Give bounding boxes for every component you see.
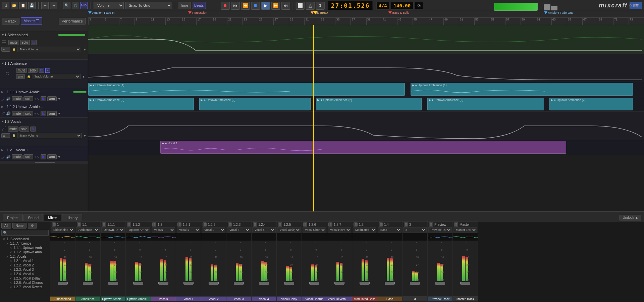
ch-fader-3[interactable] bbox=[133, 282, 143, 285]
search-button[interactable]: 🔍 bbox=[63, 2, 70, 9]
beats-button[interactable]: Beats bbox=[192, 2, 206, 9]
tab-mixer[interactable]: Mixer bbox=[44, 214, 61, 221]
tree-item-1.2.7.-vocal-revert[interactable]: ✕1.2.7. Vocal Revert bbox=[1, 285, 49, 289]
bpm-display[interactable]: 140.00 bbox=[391, 2, 414, 9]
tree-item-1.1.1.-uptown-amb[interactable]: ✕1.1.1. Uptown Amb bbox=[1, 246, 49, 250]
nudge-button[interactable]: ⇕ bbox=[316, 2, 325, 10]
ch-icon-12[interactable]: ☰ bbox=[354, 222, 358, 226]
tab-sound[interactable]: Sound bbox=[23, 214, 43, 221]
track-1-expand[interactable]: ▼ bbox=[1, 33, 4, 37]
ch-name-select-7[interactable]: Vocal 3 bbox=[227, 227, 251, 233]
tree-item-1.-sidechained[interactable]: ✕1. Sidechained bbox=[1, 237, 49, 241]
play-button[interactable]: ▶ bbox=[261, 2, 270, 10]
ch-fader-7[interactable] bbox=[234, 282, 244, 285]
track-1-1-vol-select[interactable]: Track Volume bbox=[32, 74, 81, 79]
time-sig-display[interactable]: 4/4 bbox=[376, 2, 389, 9]
track-1-1-fx[interactable]: fx bbox=[39, 68, 45, 73]
tree-item-1.1.2.-uptown-amb[interactable]: ✕1.1.2. Uptown Amb bbox=[1, 250, 49, 254]
track-1-2-1-arm[interactable]: arm bbox=[47, 154, 56, 159]
ch-name-select-9[interactable]: Vocal Delay bbox=[277, 227, 301, 233]
ch-name-select-14[interactable]: 3 bbox=[403, 227, 427, 233]
ch-name-select-0[interactable]: Sidechained bbox=[51, 227, 74, 233]
snap-dropdown[interactable]: Snap To Grid To Grid Snap bbox=[125, 2, 172, 9]
ch-icon-1[interactable]: ☰ bbox=[77, 222, 81, 226]
ch-fader-10[interactable] bbox=[309, 282, 319, 285]
ch-name-select-15[interactable]: Preview Track bbox=[428, 227, 452, 233]
tree-item-1.2.-vocals[interactable]: ✕1.2. Vocals bbox=[1, 254, 49, 259]
track-1-2-mute[interactable]: mute bbox=[8, 127, 18, 132]
track-1-fx[interactable]: fx bbox=[31, 40, 37, 45]
track-scroll-bar[interactable] bbox=[0, 161, 88, 164]
ch-icon-11[interactable]: ☰ bbox=[328, 222, 332, 226]
record-button[interactable]: ⏺ bbox=[221, 2, 230, 10]
tree-item-1.2.3.-vocal-3[interactable]: ✕1.2.3. Vocal 3 bbox=[1, 267, 49, 272]
track-1-1-1-fx[interactable]: fx bbox=[41, 96, 47, 101]
ch-fader-11[interactable] bbox=[334, 282, 344, 285]
track-1-2-expand[interactable]: ▼ bbox=[1, 120, 4, 123]
clip-uptown2-d[interactable]: ▶ ● Uptown Ambience (2) bbox=[427, 98, 544, 110]
add-track-button[interactable]: +Track bbox=[2, 18, 19, 24]
ch-fader-8[interactable] bbox=[259, 282, 269, 285]
fast-forward-button[interactable]: ⏩ bbox=[271, 2, 280, 10]
clip-uptown2-e[interactable]: ▶ ● Uptown Ambience (2) bbox=[549, 98, 633, 110]
redo-button[interactable]: ↪ bbox=[50, 2, 57, 9]
loop-button[interactable]: ⬜ bbox=[296, 2, 305, 10]
track-1-mute[interactable]: mute bbox=[8, 40, 19, 45]
stop-button[interactable]: ⏹ bbox=[251, 2, 260, 10]
track-1-arm[interactable]: arm bbox=[1, 47, 10, 52]
ch-icon-10[interactable]: ☰ bbox=[303, 222, 307, 226]
ch-name-select-11[interactable]: Vocal Reverb Wash bbox=[328, 227, 351, 233]
undock-button[interactable]: Undock ▲ bbox=[620, 215, 641, 220]
tree-item-1.2.4.-vocal-4[interactable]: ✕1.2.4. Vocal 4 bbox=[1, 272, 49, 276]
rewind-button[interactable]: ⏪ bbox=[241, 2, 250, 10]
ch-icon-9[interactable]: ☰ bbox=[278, 222, 282, 226]
ch-name-select-16[interactable]: Master Track bbox=[453, 227, 477, 233]
track-scroll-thumb[interactable] bbox=[35, 162, 55, 163]
track-1-vol-select[interactable]: Track Volume bbox=[17, 47, 82, 52]
ch-fader-2[interactable] bbox=[108, 282, 118, 285]
ch-name-select-2[interactable]: Uptown Ambie... bbox=[101, 227, 125, 233]
performance-button[interactable]: Performance bbox=[59, 18, 86, 24]
ch-fader-5[interactable] bbox=[183, 282, 194, 285]
time-display[interactable]: 27:01.526 bbox=[328, 1, 373, 10]
clip-vocal-1[interactable]: ▶ ● Vocal 1 bbox=[160, 141, 566, 154]
new-button[interactable]: 🗋 bbox=[2, 2, 9, 9]
punch-button[interactable]: △ bbox=[306, 2, 315, 10]
ch-fader-16[interactable] bbox=[460, 282, 470, 285]
track-1-1-add[interactable]: + bbox=[45, 68, 50, 73]
track-1-1-1-arm[interactable]: arm bbox=[47, 96, 56, 101]
tree-item-1.2.2.-vocal-2[interactable]: ✕1.2.2. Vocal 2 bbox=[1, 263, 49, 267]
tree-item-1.1.-ambience[interactable]: ✕1.1. Ambience bbox=[1, 241, 49, 246]
tree-item-1.2.6.-vocal-chorus[interactable]: ✕1.2.6. Vocal Chorus bbox=[1, 281, 49, 285]
ch-fader-9[interactable] bbox=[284, 282, 294, 285]
ch-name-select-3[interactable]: Uptown Ambie... bbox=[126, 227, 150, 233]
tree-item-1.2.1.-vocal-1[interactable]: ✕1.2.1. Vocal 1 bbox=[1, 259, 49, 263]
track-1-2-arm[interactable]: arm bbox=[1, 133, 10, 138]
ch-icon-7[interactable]: ☰ bbox=[228, 222, 232, 226]
undo-button[interactable]: ↩ bbox=[41, 2, 49, 9]
ch-fader-14[interactable] bbox=[410, 282, 420, 285]
goto-start-button[interactable]: ⏮ bbox=[231, 2, 240, 10]
metronome-button[interactable]: 🎵 bbox=[72, 2, 79, 9]
filter-none[interactable]: None bbox=[12, 223, 26, 229]
filter-all[interactable]: All bbox=[1, 223, 11, 229]
tracks-scroll[interactable]: ▶ ● Uptown Ambience (1) ▶ ● Uptown Ambie… bbox=[88, 25, 644, 211]
clip-uptown-1-a[interactable]: ▶ ● Uptown Ambience (1) bbox=[88, 83, 405, 96]
ch-name-select-12[interactable]: Modulated Bass bbox=[353, 227, 376, 233]
mixer-search-input[interactable] bbox=[1, 230, 49, 236]
ch-icon-4[interactable]: ☰ bbox=[152, 222, 156, 226]
ch-icon-15[interactable]: ☰ bbox=[429, 222, 433, 226]
track-1-1-2-arm[interactable]: arm bbox=[47, 111, 56, 116]
tab-project[interactable]: Project bbox=[3, 214, 23, 221]
ch-icon-3[interactable]: ☰ bbox=[127, 222, 131, 226]
ch-name-select-6[interactable]: Vocal 2 bbox=[202, 227, 225, 233]
ch-icon-6[interactable]: ☰ bbox=[203, 222, 207, 226]
ch-fader-0[interactable] bbox=[58, 282, 68, 285]
track-1-1-1-mute[interactable]: mute bbox=[12, 96, 22, 101]
track-1-2-1-fx[interactable]: fx bbox=[41, 154, 47, 159]
ch-name-select-5[interactable]: Vocal 1 bbox=[177, 227, 200, 233]
ch-fader-1[interactable] bbox=[83, 282, 93, 285]
clip-uptown2-a[interactable]: ▶ ● Uptown Ambience (2) bbox=[88, 98, 194, 110]
ch-icon-2[interactable]: ☰ bbox=[102, 222, 106, 226]
filter-settings[interactable]: ⚙ bbox=[28, 223, 37, 229]
